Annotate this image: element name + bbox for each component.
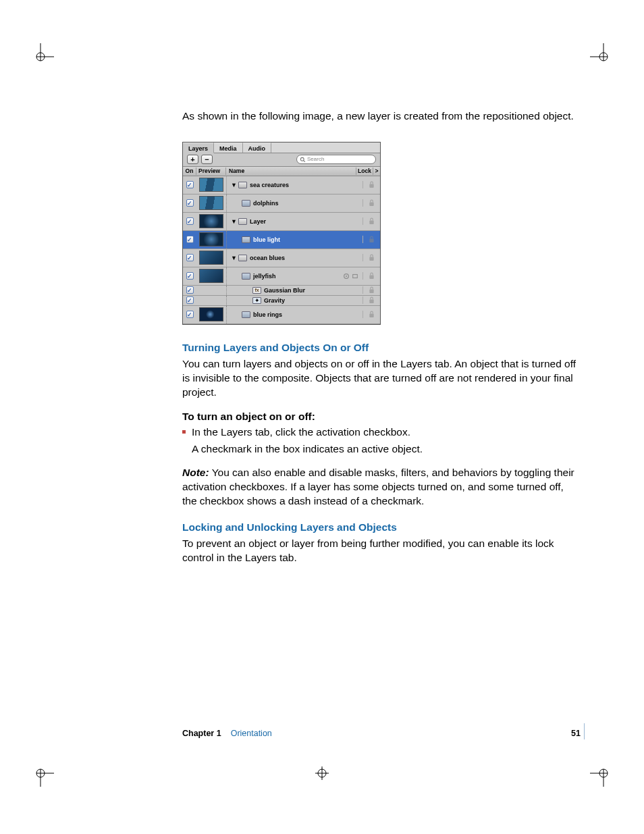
remove-layer-button[interactable]: − bbox=[201, 155, 213, 164]
intro-text: As shown in the following image, a new l… bbox=[182, 109, 581, 124]
layer-row[interactable]: ✓▼sea creatures bbox=[183, 176, 380, 194]
image-layer-icon bbox=[242, 273, 250, 280]
lock-toggle[interactable] bbox=[363, 217, 380, 225]
layer-thumbnail bbox=[199, 196, 223, 210]
group-icon bbox=[238, 182, 247, 188]
note-label: Note: bbox=[182, 467, 209, 478]
col-lock: Lock bbox=[356, 167, 373, 175]
layer-name-cell[interactable]: blue rings bbox=[226, 306, 363, 323]
svg-rect-26 bbox=[369, 203, 373, 206]
lock-toggle[interactable] bbox=[363, 296, 380, 304]
layer-thumbnail bbox=[199, 178, 223, 192]
activation-checkbox[interactable]: ✓ bbox=[186, 296, 194, 304]
layer-row[interactable]: ✓blue rings bbox=[183, 306, 380, 324]
layer-name-label: blue light bbox=[253, 236, 280, 244]
svg-rect-36 bbox=[369, 314, 373, 317]
layer-name-cell[interactable]: ✦Gravity bbox=[226, 296, 363, 305]
layer-name-label: ocean blues bbox=[250, 254, 285, 262]
layer-name-cell[interactable]: dolphins bbox=[226, 194, 363, 212]
layer-row[interactable]: ✓▼ocean blues bbox=[183, 249, 380, 267]
procedure-result: A checkmark in the box indicates an acti… bbox=[182, 442, 581, 457]
lock-toggle[interactable] bbox=[363, 236, 380, 243]
lock-toggle[interactable] bbox=[363, 286, 380, 294]
col-on: On bbox=[183, 167, 196, 175]
tab-audio[interactable]: Audio bbox=[243, 142, 272, 153]
disclosure-triangle-icon[interactable]: ▼ bbox=[231, 217, 237, 226]
crop-mark-icon bbox=[27, 43, 54, 70]
note-body: You can also enable and disable masks, f… bbox=[182, 467, 574, 506]
layer-name-cell[interactable]: ▼sea creatures bbox=[226, 176, 363, 194]
svg-line-24 bbox=[304, 161, 305, 162]
page-number: 51 bbox=[571, 729, 581, 738]
activation-checkbox[interactable]: ✓ bbox=[186, 254, 194, 261]
layer-row[interactable]: ✓✦Gravity bbox=[183, 296, 380, 306]
svg-point-23 bbox=[300, 157, 304, 161]
activation-checkbox[interactable]: ✓ bbox=[186, 181, 194, 188]
svg-rect-28 bbox=[369, 239, 373, 242]
lock-toggle[interactable] bbox=[363, 181, 380, 188]
layer-row[interactable]: ✓jellyfish bbox=[183, 267, 380, 286]
layer-name-cell[interactable]: ▼Layer bbox=[226, 213, 363, 230]
behavior-icon: ✦ bbox=[252, 297, 261, 304]
layer-name-label: Layer bbox=[250, 217, 266, 226]
layer-name-label: Gaussian Blur bbox=[264, 286, 305, 294]
activation-checkbox[interactable]: ✓ bbox=[186, 272, 194, 280]
svg-rect-35 bbox=[369, 300, 373, 303]
layer-name-cell[interactable]: fxGaussian Blur bbox=[226, 286, 363, 295]
svg-point-31 bbox=[346, 276, 347, 277]
layer-thumbnail bbox=[199, 251, 223, 265]
lock-toggle[interactable] bbox=[363, 311, 380, 318]
svg-rect-29 bbox=[369, 257, 373, 261]
tab-media[interactable]: Media bbox=[214, 142, 243, 153]
crop-mark-icon bbox=[590, 43, 617, 70]
layer-name-label: sea creatures bbox=[250, 181, 289, 189]
layer-thumbnail bbox=[199, 214, 223, 228]
layer-row[interactable]: ✓dolphins bbox=[183, 194, 380, 213]
layer-thumbnail bbox=[199, 269, 223, 283]
disclosure-triangle-icon[interactable]: ▼ bbox=[231, 254, 237, 262]
svg-rect-34 bbox=[369, 290, 373, 293]
image-layer-icon bbox=[242, 236, 250, 243]
activation-checkbox[interactable]: ✓ bbox=[186, 311, 194, 318]
procedure-step: In the Layers tab, click the activation … bbox=[182, 425, 581, 440]
activation-checkbox[interactable]: ✓ bbox=[186, 286, 194, 294]
layer-row[interactable]: ✓blue light bbox=[183, 231, 380, 249]
section-body: You can turn layers and objects on or of… bbox=[182, 357, 581, 400]
disclosure-triangle-icon[interactable]: ▼ bbox=[231, 181, 237, 189]
crop-mark-icon bbox=[308, 760, 336, 787]
section-body: To prevent an object or layer from being… bbox=[182, 537, 581, 565]
search-placeholder: Search bbox=[307, 156, 324, 163]
layer-thumbnail bbox=[199, 307, 223, 321]
add-layer-button[interactable]: + bbox=[187, 155, 198, 164]
lock-toggle[interactable] bbox=[363, 199, 380, 207]
note-paragraph: Note: You can also enable and disable ma… bbox=[182, 466, 581, 509]
svg-rect-25 bbox=[369, 184, 373, 188]
activation-checkbox[interactable]: ✓ bbox=[186, 199, 194, 207]
layer-row[interactable]: ✓▼Layer bbox=[183, 213, 380, 231]
col-more[interactable]: > bbox=[373, 167, 380, 175]
layer-name-cell[interactable]: jellyfish bbox=[226, 267, 363, 285]
svg-rect-32 bbox=[353, 274, 358, 278]
chapter-label: Chapter 1 bbox=[182, 729, 221, 738]
col-preview: Preview bbox=[196, 167, 226, 175]
layer-name-cell[interactable]: blue light bbox=[226, 231, 363, 249]
lock-toggle[interactable] bbox=[363, 254, 380, 261]
section-heading: Turning Layers and Objects On or Off bbox=[182, 341, 581, 355]
group-icon bbox=[238, 218, 247, 225]
filter-icon: fx bbox=[252, 287, 261, 294]
activation-checkbox[interactable]: ✓ bbox=[186, 236, 194, 243]
tab-layers[interactable]: Layers bbox=[183, 142, 214, 153]
svg-rect-33 bbox=[369, 276, 373, 279]
layer-thumbnail bbox=[199, 232, 223, 246]
search-input[interactable]: Search bbox=[296, 155, 376, 164]
chapter-name: Orientation bbox=[231, 729, 272, 738]
footer-divider bbox=[584, 723, 585, 739]
procedure-heading: To turn an object on or off: bbox=[182, 410, 581, 424]
layer-name-cell[interactable]: ▼ocean blues bbox=[226, 249, 363, 267]
activation-checkbox[interactable]: ✓ bbox=[186, 217, 194, 225]
layer-name-label: Gravity bbox=[264, 296, 285, 305]
svg-rect-27 bbox=[369, 221, 373, 224]
image-layer-icon bbox=[242, 200, 250, 207]
lock-toggle[interactable] bbox=[363, 272, 380, 280]
layer-row[interactable]: ✓fxGaussian Blur bbox=[183, 286, 380, 296]
